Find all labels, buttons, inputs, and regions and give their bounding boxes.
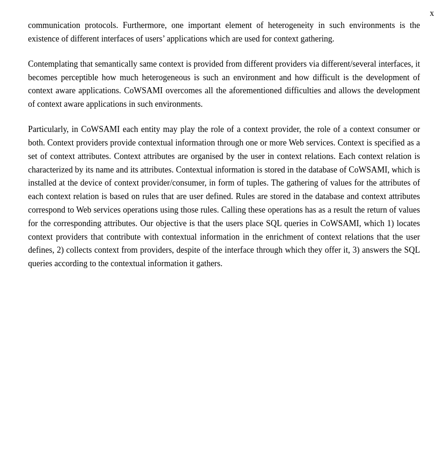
close-button[interactable]: x [430,8,434,18]
paragraph-1: communication protocols. Furthermore, on… [28,19,420,46]
paragraph-2: Contemplating that semantically same con… [28,57,420,111]
paragraph-3: Particularly, in CoWSAMI each entity may… [28,123,420,270]
page-container: x communication protocols. Furthermore, … [0,0,448,298]
